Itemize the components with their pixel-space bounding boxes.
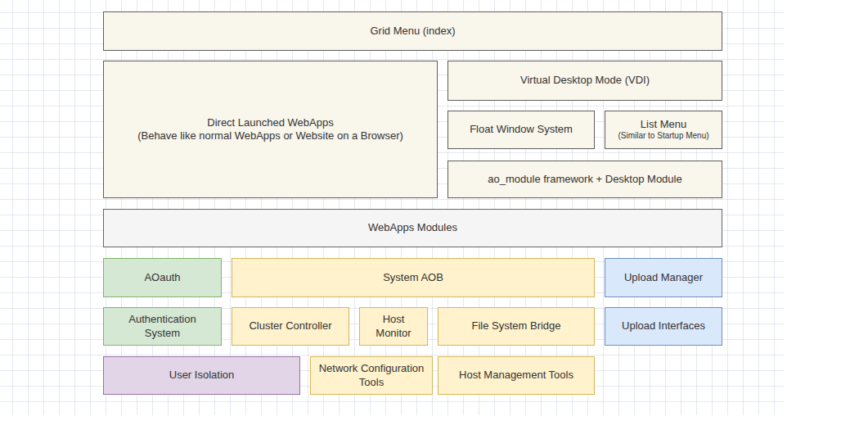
node-list-menu: List Menu (Similar to Startup Menu) bbox=[605, 111, 722, 149]
node-direct-launched-webapps: Direct Launched WebApps (Behave like nor… bbox=[103, 61, 438, 198]
node-system-aob: System AOB bbox=[232, 258, 595, 297]
node-ao-module-framework: ao_module framework + Desktop Module bbox=[447, 161, 722, 198]
node-user-isolation: User Isolation bbox=[103, 356, 300, 395]
list-menu-subtitle: (Similar to Startup Menu) bbox=[618, 131, 708, 142]
node-network-configuration-tools: Network Configuration Tools bbox=[310, 356, 433, 395]
node-float-window-system: Float Window System bbox=[447, 111, 595, 149]
node-authentication-system: Authentication System bbox=[103, 307, 222, 346]
diagram-canvas: Grid Menu (index) Direct Launched WebApp… bbox=[0, 0, 868, 430]
node-grid-menu: Grid Menu (index) bbox=[103, 11, 722, 51]
node-file-system-bridge: File System Bridge bbox=[438, 307, 595, 346]
node-aoauth: AOauth bbox=[103, 258, 222, 297]
node-cluster-controller: Cluster Controller bbox=[232, 307, 349, 346]
node-upload-manager: Upload Manager bbox=[605, 258, 722, 297]
node-host-monitor: Host Monitor bbox=[359, 307, 428, 346]
node-virtual-desktop-mode: Virtual Desktop Mode (VDI) bbox=[447, 61, 722, 101]
list-menu-title: List Menu bbox=[641, 118, 686, 131]
node-webapps-modules: WebApps Modules bbox=[103, 209, 722, 247]
node-upload-interfaces: Upload Interfaces bbox=[605, 307, 722, 346]
node-host-management-tools: Host Management Tools bbox=[438, 356, 595, 395]
